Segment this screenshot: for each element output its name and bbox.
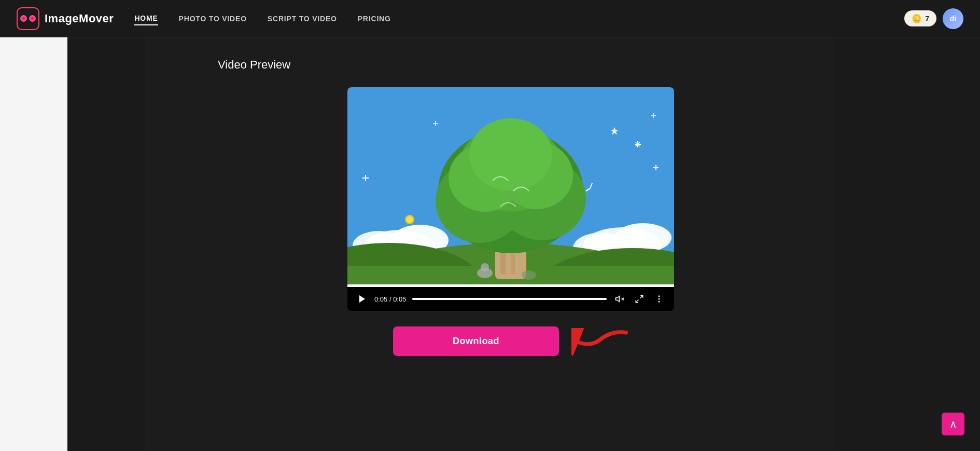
- navbar-right: 🪙 7 di: [904, 8, 963, 29]
- download-section: Download: [393, 325, 628, 357]
- video-frame: [347, 87, 674, 284]
- content-area: Video Preview: [145, 37, 835, 451]
- video-controls: 0:05 / 0:05: [347, 287, 674, 311]
- section-title: Video Preview: [218, 58, 804, 72]
- seekbar-fill: [412, 298, 607, 300]
- logo-eye-left: [20, 15, 27, 22]
- svg-point-35: [407, 216, 413, 223]
- svg-marker-42: [616, 296, 620, 302]
- logo-icon: [17, 7, 39, 30]
- arrow-svg: [571, 325, 628, 357]
- nav-home[interactable]: HOME: [134, 12, 158, 25]
- arrow-indicator: [571, 325, 628, 357]
- svg-point-37: [481, 263, 489, 271]
- brand-name: ImageMover: [45, 12, 114, 25]
- logo-eyes: [20, 15, 36, 22]
- main-wrapper: Video Preview: [0, 37, 980, 451]
- nav-pricing[interactable]: PRICING: [358, 12, 391, 25]
- play-pause-button[interactable]: [356, 293, 368, 305]
- progress-fill: [347, 284, 674, 287]
- ctrl-right-group: [613, 292, 666, 306]
- download-button[interactable]: Download: [393, 326, 559, 356]
- svg-marker-41: [359, 295, 365, 303]
- nav-photo-to-video[interactable]: PHOTO TO VIDEO: [179, 12, 247, 25]
- credits-icon: 🪙: [912, 13, 922, 23]
- video-scene-svg: [347, 87, 674, 284]
- svg-point-20: [469, 118, 552, 191]
- left-sidebar: [0, 0, 67, 451]
- video-progress-bar[interactable]: [347, 284, 674, 287]
- scroll-top-button[interactable]: ∧: [942, 413, 964, 435]
- video-seekbar[interactable]: [412, 298, 607, 300]
- svg-line-45: [640, 295, 643, 298]
- credits-badge[interactable]: 🪙 7: [904, 10, 936, 26]
- svg-line-46: [636, 300, 638, 303]
- logo-eye-right: [29, 15, 36, 22]
- svg-point-47: [659, 295, 660, 297]
- video-player: 0:05 / 0:05: [347, 87, 674, 311]
- credits-count: 7: [925, 15, 929, 23]
- video-container: 0:05 / 0:05: [218, 87, 804, 357]
- nav-script-to-video[interactable]: SCRIPT TO VIDEO: [268, 12, 337, 25]
- mute-button[interactable]: [613, 292, 626, 306]
- logo-area[interactable]: ImageMover: [17, 7, 114, 30]
- svg-point-49: [659, 301, 660, 303]
- more-options-button[interactable]: [652, 292, 666, 306]
- chevron-up-icon: ∧: [949, 418, 957, 430]
- fullscreen-button[interactable]: [633, 292, 646, 306]
- svg-point-38: [522, 270, 536, 280]
- svg-point-48: [659, 298, 660, 300]
- main-nav: HOME PHOTO TO VIDEO SCRIPT TO VIDEO PRIC…: [134, 12, 904, 25]
- time-display: 0:05 / 0:05: [374, 295, 406, 303]
- navbar: ImageMover HOME PHOTO TO VIDEO SCRIPT TO…: [0, 0, 980, 37]
- user-avatar[interactable]: di: [943, 8, 963, 29]
